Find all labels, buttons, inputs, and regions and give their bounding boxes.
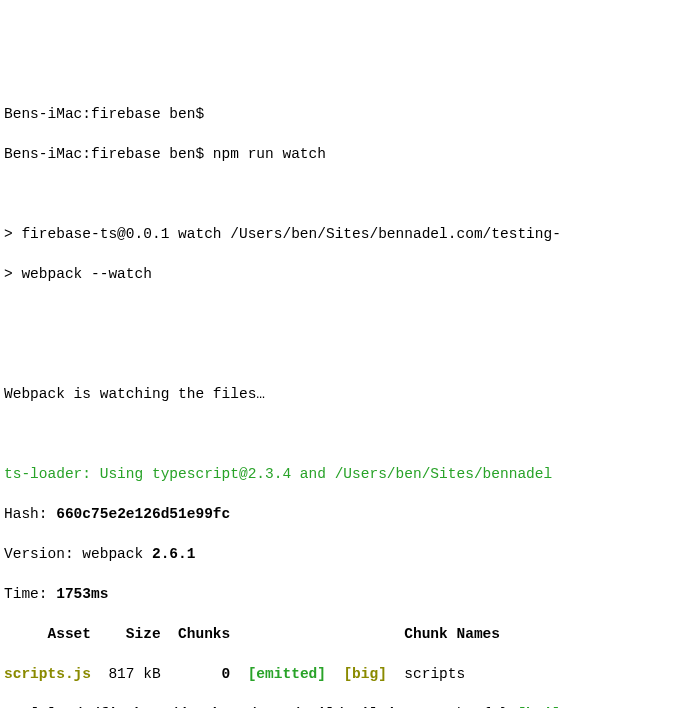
npm-output-line: > webpack --watch <box>4 264 696 284</box>
module-row: [1] ./~/firebase/database/core/util/util… <box>4 704 696 708</box>
asset-emitted: [emitted] <box>230 666 326 682</box>
time-value: 1753ms <box>56 586 108 602</box>
time-line: Time: 1753ms <box>4 584 696 604</box>
blank-line <box>4 304 696 324</box>
version-value: 2.6.1 <box>152 546 196 562</box>
ts-loader-line: ts-loader: Using typescript@2.3.4 and /U… <box>4 464 696 484</box>
asset-row: scripts.js 817 kB 0 [emitted] [big] scri… <box>4 664 696 684</box>
asset-name: scripts.js <box>4 666 91 682</box>
blank-line <box>4 424 696 444</box>
hash-value: 660c75e2e126d51e99fc <box>56 506 230 522</box>
time-label: Time: <box>4 586 56 602</box>
table-header: Asset Size Chunks Chunk Names <box>4 624 696 644</box>
prompt-command-line: Bens-iMac:firebase ben$ npm run watch <box>4 144 696 164</box>
webpack-watching-line: Webpack is watching the files… <box>4 384 696 404</box>
hash-line: Hash: 660c75e2e126d51e99fc <box>4 504 696 524</box>
version-line: Version: webpack 2.6.1 <box>4 544 696 564</box>
blank-line <box>4 344 696 364</box>
blank-line <box>4 184 696 204</box>
prompt-line: Bens-iMac:firebase ben$ <box>4 104 696 124</box>
hash-label: Hash: <box>4 506 56 522</box>
asset-size: 817 kB <box>91 666 161 682</box>
asset-chunks: 0 <box>161 666 231 682</box>
module-list: [1] ./~/firebase/database/core/util/util… <box>4 704 696 708</box>
asset-chunk-names: scripts <box>387 666 465 682</box>
npm-output-line: > firebase-ts@0.0.1 watch /Users/ben/Sit… <box>4 224 696 244</box>
asset-big: [big] <box>326 666 387 682</box>
version-label: Version: webpack <box>4 546 152 562</box>
terminal-output[interactable]: Bens-iMac:firebase ben$ Bens-iMac:fireba… <box>4 84 696 708</box>
